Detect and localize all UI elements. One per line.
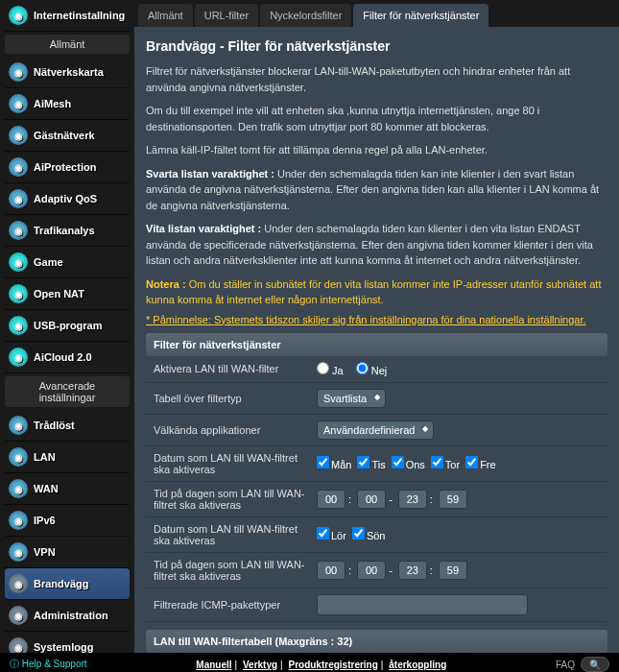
footer-links: Manuell| Verktyg| Produktregistrering| å… <box>196 660 446 670</box>
tab-3[interactable]: Filter för nätverkstjänster <box>353 4 488 27</box>
link-feedback[interactable]: återkoppling <box>389 660 446 670</box>
day-checkbox[interactable]: Tor <box>431 459 460 470</box>
link-register[interactable]: Produktregistrering <box>288 660 377 670</box>
tab-1[interactable]: URL-filter <box>195 4 258 27</box>
sidebar-item-aimesh[interactable]: ◉AiMesh <box>5 88 130 120</box>
day-checkbox[interactable]: Lör <box>317 530 346 541</box>
sidebar-item-lan[interactable]: ◉LAN <box>5 442 130 473</box>
filtertype-label: Tabell över filtertyp <box>154 393 317 404</box>
faq-link[interactable]: FAQ <box>556 660 575 670</box>
menu-icon: ◉ <box>9 316 28 335</box>
sidebar-item-usb-program[interactable]: ◉USB-program <box>5 310 130 342</box>
apps-label: Välkända applikationer <box>154 424 317 436</box>
time-hh2[interactable] <box>398 561 427 580</box>
time-hh[interactable] <box>317 490 345 509</box>
note-text: Notera : Om du ställer in subnätet för d… <box>146 276 607 308</box>
sidebar-group-general: Allmänt <box>5 35 130 54</box>
time-hh[interactable] <box>317 561 345 580</box>
menu-icon: ◉ <box>9 479 28 498</box>
enable-label: Aktivera LAN till WAN-filter <box>154 363 317 374</box>
sidebar-item-trådlöst[interactable]: ◉Trådlöst <box>5 410 130 442</box>
icmp-label: Filtrerade ICMP-pakettyper <box>154 599 317 611</box>
tab-bar: AllmäntURL-filterNyckelordsfilterFilter … <box>134 0 619 27</box>
sidebar: ◉Internetinstallning Allmänt ◉Nätverkska… <box>0 0 134 653</box>
page-title: Brandvägg - Filter för nätverkstjänster <box>146 38 607 54</box>
section-table: LAN till WAN-filtertabell (Maxgräns : 32… <box>146 630 607 653</box>
radio-no[interactable]: Nej <box>356 365 388 376</box>
menu-icon: ◉ <box>9 252 28 272</box>
menu-icon: ◉ <box>9 284 28 303</box>
days1-label: Datum som LAN till WAN-filtret ska aktiv… <box>154 452 317 475</box>
menu-icon: ◉ <box>9 157 28 177</box>
link-manual[interactable]: Manuell <box>196 660 231 670</box>
day-checkbox[interactable]: Fre <box>465 459 496 470</box>
time2-label: Tid på dagen som LAN till WAN-filtret sk… <box>154 559 317 582</box>
sidebar-group-advanced: Avancerade inställningar <box>5 376 130 407</box>
sidebar-item-partial[interactable]: ◉Internetinstallning <box>5 0 130 32</box>
time-mm2[interactable] <box>439 561 467 580</box>
sidebar-item-administration[interactable]: ◉Administration <box>5 600 130 632</box>
filtertype-select[interactable]: Svartlista <box>317 389 386 408</box>
tab-2[interactable]: Nyckelordsfilter <box>260 4 351 27</box>
reminder-link[interactable]: * Påminnelse: Systemets tidszon skiljer … <box>146 314 607 325</box>
sidebar-item-aiprotection[interactable]: ◉AiProtection <box>5 152 130 183</box>
day-checkbox[interactable]: Ons <box>392 459 425 470</box>
time-hh2[interactable] <box>398 490 427 509</box>
intro-text: Filtret för nätverkstjänster blockerar L… <box>146 63 607 95</box>
search-button[interactable]: 🔍 <box>581 657 609 672</box>
icmp-input[interactable] <box>317 594 528 615</box>
sidebar-item-game[interactable]: ◉Game <box>5 247 130 278</box>
time1-label: Tid på dagen som LAN till WAN-filtret sk… <box>154 488 317 511</box>
section-filter: Filter för nätverkstjänster <box>146 333 607 356</box>
sidebar-item-ipv6[interactable]: ◉IPv6 <box>5 505 130 537</box>
menu-icon: ◉ <box>9 126 28 145</box>
main-content: AllmäntURL-filterNyckelordsfilterFilter … <box>134 0 619 653</box>
sidebar-item-systemlogg[interactable]: ◉Systemlogg <box>5 632 130 653</box>
sidebar-item-wan[interactable]: ◉WAN <box>5 473 130 505</box>
time-mm[interactable] <box>357 490 386 509</box>
link-tools[interactable]: Verktyg <box>243 660 277 670</box>
menu-icon: ◉ <box>9 542 28 562</box>
sidebar-item-adaptiv qos[interactable]: ◉Adaptiv QoS <box>5 183 130 215</box>
sidebar-item-nätverkskarta[interactable]: ◉Nätverkskarta <box>5 57 130 88</box>
intro-text: Lämna käll-IP-fältet tomt för att tilläm… <box>146 142 607 158</box>
whitelist-info: Vita listan varaktighet : Under den sche… <box>146 221 607 269</box>
menu-icon: ◉ <box>9 94 28 113</box>
menu-icon: ◉ <box>9 62 28 82</box>
globe-icon: ◉ <box>9 6 28 25</box>
sidebar-item-vpn[interactable]: ◉VPN <box>5 537 130 568</box>
radio-yes[interactable]: Ja <box>317 365 344 376</box>
blacklist-info: Svarta listan varaktighet : Under den sc… <box>146 166 607 214</box>
sidebar-item-brandvägg[interactable]: ◉Brandvägg <box>5 568 130 600</box>
sidebar-item-aicloud 2.0[interactable]: ◉AiCloud 2.0 <box>5 342 130 373</box>
time-mm2[interactable] <box>439 490 467 509</box>
days2-label: Datum som LAN till WAN-filtret ska aktiv… <box>154 523 317 546</box>
intro-text: Om du till exempel inte vill att enheten… <box>146 103 607 134</box>
menu-icon: ◉ <box>9 189 28 208</box>
footer: ⓘ Help & Support Manuell| Verktyg| Produ… <box>0 653 619 672</box>
sidebar-item-open nat[interactable]: ◉Open NAT <box>5 278 130 310</box>
menu-icon: ◉ <box>9 416 28 435</box>
day-checkbox[interactable]: Mån <box>317 459 351 470</box>
menu-icon: ◉ <box>9 447 28 467</box>
apps-select[interactable]: Användardefinierad <box>317 420 434 440</box>
menu-icon: ◉ <box>9 221 28 240</box>
menu-icon: ◉ <box>9 637 28 653</box>
menu-icon: ◉ <box>9 606 28 625</box>
menu-icon: ◉ <box>9 348 28 367</box>
menu-icon: ◉ <box>9 511 28 530</box>
day-checkbox[interactable]: Tis <box>357 459 385 470</box>
day-checkbox[interactable]: Sön <box>352 530 386 541</box>
tab-0[interactable]: Allmänt <box>138 4 193 27</box>
help-link[interactable]: ⓘ Help & Support <box>10 658 87 671</box>
time-mm[interactable] <box>357 561 386 580</box>
sidebar-item-gästnätverk[interactable]: ◉Gästnätverk <box>5 120 130 152</box>
sidebar-item-trafikanalys[interactable]: ◉Trafikanalys <box>5 215 130 247</box>
menu-icon: ◉ <box>9 574 28 593</box>
